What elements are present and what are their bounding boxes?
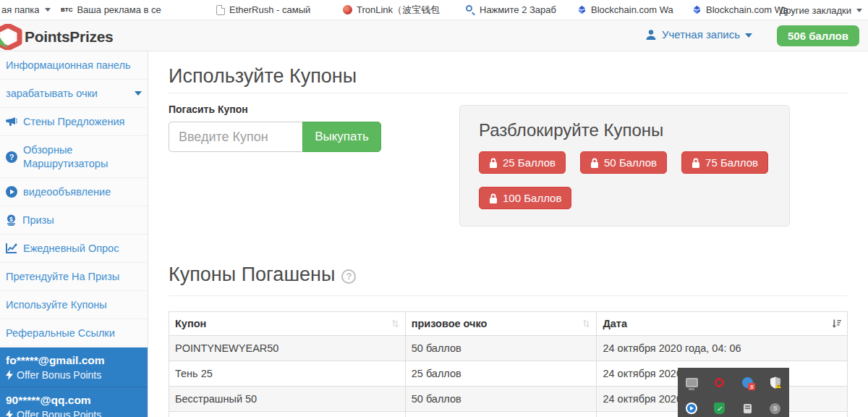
blockchain-icon [692,5,702,14]
sidebar-item-video-ads[interactable]: видеообъявление [0,178,148,206]
notification-bonus-points[interactable]: fo*****@gmail.com Offer Bonus Points [0,348,148,387]
unlock-button-label: 100 Баллов [503,192,561,204]
unlock-50-points-button[interactable]: 50 Баллов [580,151,667,174]
divider [169,295,848,296]
unlock-100-points-button[interactable]: 100 Баллов [479,187,571,209]
sidebar-item-label: зарабатывать очки [6,87,129,100]
bookmark-label: TronLink（波宝钱包 [357,4,440,17]
column-header-date[interactable]: Дата [597,312,848,336]
chevron-down-icon [745,33,752,38]
play-circle-icon [6,186,17,198]
sidebar-item-prizes[interactable]: $ Призы [0,206,148,235]
brand-name: PointsPrizes [25,28,113,46]
coupons-redeemed-title-text: Купоны Погашены [169,264,335,286]
brand-logo[interactable]: PointsPrizes [0,24,113,50]
account-label: Учетная запись [662,28,740,41]
unlock-coupons-panel: Разблокируйте Купоны 25 Баллов 50 Баллов… [459,105,790,227]
unlock-25-points-button[interactable]: 25 Баллов [479,151,566,174]
app-header: PointsPrizes Учетная запись 506 баллов [0,20,868,51]
tronlink-icon [343,5,352,14]
bookmark-item[interactable]: Нажмите 2 Зараб [466,4,560,15]
bookmark-folder[interactable]: ая папка [1,4,51,15]
cell-date: 24 октября 2020 года, 04: 06 [597,336,848,361]
lightning-icon [6,370,13,380]
bookmark-item[interactable]: BTC Ваша реклама в се [61,4,195,15]
notification-bonus-points[interactable]: 90*****@qq.com Offer Bonus Points [0,387,148,417]
coin-icon: $ [6,214,17,226]
lock-icon [489,158,498,168]
chevron-down-icon [45,8,51,12]
column-label: призовое очко [412,318,582,329]
bookmark-item[interactable]: TronLink（波宝钱包 [343,4,446,17]
chevron-down-icon [135,91,142,96]
sidebar-item-earn-points[interactable]: зарабатывать очки [0,80,148,108]
coupon-input[interactable] [169,122,302,152]
column-header-coupon[interactable]: Купон [169,312,406,336]
svg-text:$: $ [9,215,13,222]
bookmark-label: EtherRush - самый [229,4,310,15]
green-check-icon[interactable]: ✓ [713,402,726,415]
chart-icon [6,243,17,253]
media-player-icon[interactable] [685,402,698,415]
sort-icon [391,319,399,329]
redeem-coupon-label: Погасить Купон [169,104,248,115]
bookmark-label: Нажмите 2 Зараб [480,4,556,15]
column-label: Купон [175,318,391,329]
lock-icon [692,158,700,168]
other-bookmarks-label: Другие закладки [779,5,851,16]
bookmark-item[interactable]: Blockchain.com Wa [692,4,790,15]
sidebar-item-offer-walls[interactable]: Стены Предложения [0,108,148,136]
sidebar-item-label: Используйте Купоны [6,298,142,311]
sidebar-item-claim-prizes[interactable]: Претендуйте На Призы [0,263,148,291]
divider [169,93,848,93]
magnifier-icon [466,5,475,14]
unlock-75-points-button[interactable]: 75 Баллов [681,151,768,174]
sidebar-item-daily-poll[interactable]: Ежедневный Опрос [0,235,148,263]
monitor-icon[interactable] [685,376,698,389]
sidebar-item-label: Информационная панель [6,59,142,72]
notification-message: Offer Bonus Points [17,369,101,381]
points-balance-badge[interactable]: 506 баллов [777,25,859,46]
device-icon[interactable] [741,402,754,415]
account-menu-button[interactable]: Учетная запись [645,28,752,41]
coupons-redeemed-title: Купоны Погашены ? [169,264,356,286]
chevron-down-icon [856,9,862,12]
skype-icon[interactable]: S [769,402,782,415]
sidebar-item-label: Обзорные Маршрутизаторы [6,143,142,169]
cell-coupon: Бесстрашный 50 [169,387,406,412]
user-icon [645,29,657,41]
column-header-points[interactable]: призовое очко [405,312,597,336]
sort-desc-icon [832,319,841,329]
sidebar-item-use-coupons[interactable]: Используйте Купоны [0,291,148,319]
sidebar-item-survey-routers[interactable]: ? Обзорные Маршрутизаторы [0,136,148,177]
bookmark-label: Ваша реклама в се [77,4,161,15]
bookmark-item[interactable]: Blockchain.com Wa [577,4,675,15]
browser-bookmarks-bar: ая папка BTC Ваша реклама в се EtherRush… [0,0,868,20]
opera-icon[interactable] [713,376,726,389]
screen: ая папка BTC Ваша реклама в се EtherRush… [0,0,868,417]
bookmark-label: Blockchain.com Wa [591,4,673,15]
sidebar-item-referral-links[interactable]: Реферальные Ссылки [0,319,148,348]
sidebar-item-label: Ежедневный Опрос [23,242,142,255]
redeem-button[interactable]: Выкупать [302,122,381,152]
cell-points: 50 баллов [405,336,597,361]
lightning-icon [6,410,13,417]
defender-shield-icon[interactable] [769,376,782,389]
cell-coupon: Тень 25 [169,361,406,387]
app-blue-s-icon[interactable] [741,376,754,389]
sidebar-item-dashboard[interactable]: Информационная панель [0,51,148,80]
unlock-button-label: 50 Баллов [604,156,657,169]
system-tray-popup: ✓ S [678,368,789,417]
sort-icon [582,319,590,329]
table-row: POINTYNEWYEAR50 50 баллов 24 октября 202… [169,336,848,361]
sidebar-nav: Информационная панель зарабатывать очки … [0,51,148,417]
other-bookmarks-button[interactable]: Другие закладки [779,0,862,20]
pointsprizes-logo-icon [0,24,22,50]
notification-email: 90*****@qq.com [6,394,142,407]
column-label: Дата [603,318,832,329]
help-icon[interactable]: ? [341,269,356,284]
lock-icon [489,193,498,203]
sidebar-item-label: Стены Предложения [23,115,142,128]
sidebar-item-label: Призы [22,214,142,227]
bookmark-item[interactable]: EtherRush - самый [216,4,321,15]
